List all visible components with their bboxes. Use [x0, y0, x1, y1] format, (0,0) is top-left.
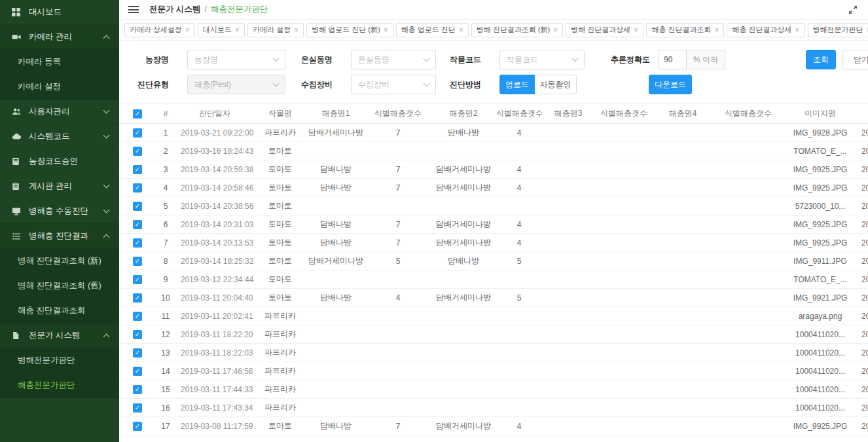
cell-pest4-count — [712, 344, 784, 362]
cell-capture: 2019 — [856, 380, 868, 399]
accuracy-input[interactable] — [658, 50, 687, 69]
cell-pest2 — [431, 197, 496, 215]
cell-pest1-count: 7 — [365, 179, 431, 197]
tab-close-icon[interactable]: × — [185, 26, 190, 34]
sidebar-item-7[interactable]: 병해충 진단결과 — [0, 224, 119, 249]
auto-capture-method-button[interactable]: 자동촬영 — [535, 75, 577, 94]
col-header-pest1-count: 식별해충갯수 — [365, 104, 431, 124]
cell-num: 15 — [156, 380, 175, 399]
sidebar-item-8[interactable]: 전문가 시스템 — [0, 323, 119, 348]
cell-pest4 — [653, 124, 712, 142]
cell-pest2 — [431, 142, 496, 160]
sidebar-item-label: 대시보드 — [29, 7, 109, 18]
cell-pest4-count — [712, 307, 784, 325]
tab-close-icon[interactable]: × — [553, 26, 558, 34]
cell-num: 12 — [156, 325, 175, 344]
sidebar-subitem-1-1[interactable]: 카메라 설정 — [0, 75, 119, 100]
crop-code-select[interactable]: 작물코드 — [499, 50, 585, 69]
tab-4[interactable]: 병해 업로드 진단 (新)× — [306, 23, 393, 37]
row-checkbox[interactable]: ✓ — [133, 403, 142, 413]
cell-pest3-count — [594, 142, 653, 160]
cell-pest2-count: 4 — [496, 417, 542, 435]
tab-close-icon[interactable]: × — [384, 26, 388, 34]
row-checkbox[interactable]: ✓ — [133, 422, 142, 431]
device-select[interactable]: 수집장비 — [351, 75, 436, 94]
sidebar-item-3[interactable]: 시스템코드 — [0, 124, 119, 149]
row-checkbox[interactable]: ✓ — [133, 147, 142, 156]
sidebar-item-5[interactable]: 게시판 관리 — [0, 174, 119, 199]
cell-pest3-count — [594, 399, 653, 417]
cell-image: IMG_9925.JPG — [784, 234, 856, 252]
filter-row-2: 진단유형 해충(Pest) 수집장비 수집장비 진단방법 업로드 자동촬영 다운… — [119, 75, 868, 94]
row-checkbox[interactable]: ✓ — [133, 220, 142, 229]
cell-pest4 — [653, 142, 712, 160]
cell-pest3 — [542, 362, 594, 380]
sidebar-subitem-7-2[interactable]: 해충 진단결과조회 — [0, 299, 119, 323]
cell-capture: 2018 — [856, 289, 868, 307]
cell-capture: 2018 — [856, 197, 868, 215]
sidebar-item-0[interactable]: 대시보드 — [0, 0, 119, 25]
sidebar-item-4[interactable]: 농장코드승인 — [0, 149, 119, 174]
sidebar-subitem-8-1[interactable]: 해충전문가판단 — [0, 373, 119, 398]
diagnosis-type-label: 진단유형 — [119, 79, 169, 90]
tab-10[interactable]: 병해전문가판단× — [808, 23, 868, 37]
row-checkbox[interactable]: ✓ — [133, 257, 142, 266]
tab-6[interactable]: 병해 진단결과조회 (新)× — [471, 23, 563, 37]
cell-pest1-count — [365, 197, 431, 215]
tab-1[interactable]: 카메라 상세설정× — [124, 23, 195, 37]
sidebar-subitem-7-0[interactable]: 병해 진단결과조회 (新) — [0, 249, 119, 274]
sidebar-item-1[interactable]: 카메라 관리 — [0, 25, 119, 50]
sidebar-item-6[interactable]: 병해충 수동진단 — [0, 199, 119, 224]
cell-pest1-count — [365, 307, 431, 325]
row-checkbox[interactable]: ✓ — [133, 348, 142, 358]
tab-9[interactable]: 해충 진단결과상세× — [727, 23, 805, 37]
tab-2[interactable]: 대시보드× — [198, 23, 245, 37]
tab-8[interactable]: 해충 진단결과조회× — [646, 23, 724, 37]
row-checkbox[interactable]: ✓ — [133, 367, 142, 376]
row-checkbox[interactable]: ✓ — [133, 385, 142, 394]
row-checkbox[interactable]: ✓ — [133, 330, 142, 339]
cell-capture: 2018 — [856, 124, 868, 142]
tab-close-icon[interactable]: × — [795, 26, 800, 34]
sidebar-subitem-1-0[interactable]: 카메라 등록 — [0, 50, 119, 75]
tab-close-icon[interactable]: × — [235, 26, 240, 34]
sidebar-subitem-8-0[interactable]: 병해전문가판단 — [0, 348, 119, 373]
tab-3[interactable]: 카메라 설정× — [247, 23, 304, 37]
tab-close-icon[interactable]: × — [634, 26, 638, 34]
row-checkbox[interactable]: ✓ — [133, 202, 142, 211]
cell-pest2-count — [496, 380, 542, 399]
tab-close-icon[interactable]: × — [714, 26, 719, 34]
download-button[interactable]: 다운로드 — [649, 75, 692, 94]
cell-pest4-count — [712, 252, 784, 270]
row-checkbox[interactable]: ✓ — [133, 312, 142, 321]
sidebar-item-2[interactable]: 사용자관리 — [0, 100, 119, 124]
tab-close-icon[interactable]: × — [294, 26, 298, 34]
sidebar-subitem-7-1[interactable]: 병해 진단결과조회 (舊) — [0, 274, 119, 299]
cell-pest4 — [653, 270, 712, 289]
row-checkbox[interactable]: ✓ — [133, 238, 142, 248]
greenhouse-select[interactable]: 온실동명 — [351, 50, 436, 69]
cell-pest3-count — [594, 234, 653, 252]
cell-pest1-count — [365, 380, 431, 399]
close-button[interactable]: 닫기 — [842, 50, 868, 69]
fullscreen-icon[interactable] — [848, 5, 858, 14]
tab-7[interactable]: 병해 진단결과상세× — [566, 23, 643, 37]
cell-pest3 — [542, 380, 594, 399]
farm-select[interactable]: 농장명 — [187, 50, 285, 69]
row-checkbox[interactable]: ✓ — [133, 183, 142, 193]
row-checkbox[interactable]: ✓ — [133, 165, 142, 174]
cell-select: ✓ — [119, 380, 156, 399]
select-all-checkbox[interactable]: ✓ — [133, 109, 142, 119]
row-checkbox[interactable]: ✓ — [133, 275, 142, 284]
upload-method-button[interactable]: 업로드 — [499, 75, 535, 94]
cell-pest1-count: 5 — [365, 252, 431, 270]
menu-toggle-icon[interactable] — [128, 6, 139, 13]
search-button[interactable]: 조회 — [806, 50, 836, 69]
row-checkbox[interactable]: ✓ — [133, 128, 142, 138]
method-label: 진단방법 — [436, 79, 481, 90]
breadcrumb-root[interactable]: 전문가 시스템 — [149, 5, 200, 14]
diagnosis-type-select[interactable]: 해충(Pest) — [187, 75, 285, 94]
tab-close-icon[interactable]: × — [459, 26, 463, 34]
row-checkbox[interactable]: ✓ — [133, 293, 142, 303]
tab-5[interactable]: 해충 업로드 진단× — [396, 23, 469, 37]
